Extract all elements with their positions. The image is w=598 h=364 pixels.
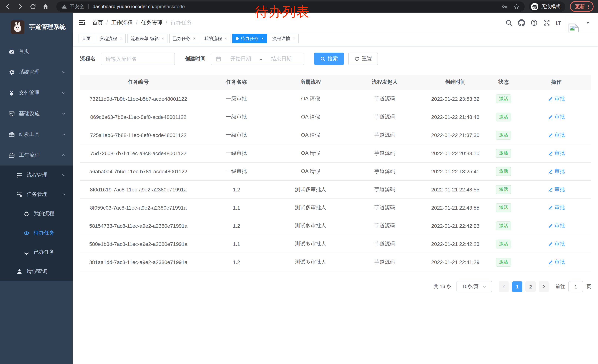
page-button[interactable]: 1 [512,281,523,292]
sidebar-item[interactable]: 我的流程 [0,204,73,223]
status-badge: 激活 [496,167,512,176]
sidebar-item[interactable]: 已办任务 [0,243,73,262]
calendar-icon [216,56,221,62]
start-date-placeholder[interactable]: 开始日期 [222,56,259,62]
close-tab-icon[interactable]: × [293,36,295,41]
tab[interactable]: 待办任务× [232,34,267,43]
page-button[interactable]: 2 [525,281,536,292]
tab[interactable]: 流程详情× [269,34,299,43]
approve-link[interactable]: 审批 [548,241,565,247]
incognito-label: 无痕模式 [541,3,561,10]
sidebar-item[interactable]: 基础设施 [0,103,73,124]
date-range-picker[interactable]: 开始日期 - 结束日期 [211,53,304,65]
content: 流程名 创建时间 开始日期 - 结束日期 搜索 [73,46,598,364]
reload-icon[interactable] [30,3,36,10]
task-name-cell: 1.2 [197,217,276,235]
created-cell: 2022-01-22 21:48:48 [425,108,486,126]
logo-image [11,20,25,34]
github-icon[interactable] [518,19,525,26]
breadcrumb-item[interactable]: 工作流程 [111,19,133,26]
filter-bar: 流程名 创建时间 开始日期 - 结束日期 搜索 [80,53,591,65]
close-tab-icon[interactable]: × [261,36,264,41]
tab[interactable]: 我的流程× [201,34,231,43]
approve-link[interactable]: 审批 [548,95,565,102]
sidebar-item[interactable]: 系统管理 [0,62,73,83]
close-tab-icon[interactable]: × [224,36,227,41]
goto-page-input[interactable] [568,281,583,292]
close-tab-icon[interactable]: × [193,36,196,41]
home-icon[interactable] [42,3,49,10]
menu-dots-icon[interactable] [586,4,591,9]
process-cell: 测试多审批人 [276,217,345,235]
breadcrumb-item[interactable]: 任务管理 [141,19,162,26]
edit-icon [548,205,553,210]
close-tab-icon[interactable]: × [120,36,122,41]
tab[interactable]: 发起流程× [96,34,126,43]
approve-link[interactable]: 审批 [548,259,565,265]
edit-icon [548,169,553,174]
approve-link[interactable]: 审批 [548,222,565,229]
search-button[interactable]: 搜索 [314,53,344,65]
sidebar-item[interactable]: 流程管理 [0,166,73,185]
tab[interactable]: 流程表单-编辑× [127,34,167,43]
approve-link[interactable]: 审批 [548,150,565,156]
address-text[interactable]: dashboard.yudao.iocoder.cn/bpm/task/todo [93,4,185,9]
end-date-placeholder[interactable]: 结束日期 [263,56,300,62]
approve-link[interactable]: 审批 [548,186,565,193]
breadcrumb-item[interactable]: 首页 [92,19,103,26]
starter-cell: 芋道源码 [345,144,425,162]
edit-icon [548,96,553,101]
search-icon[interactable] [505,19,512,26]
gear-icon [8,69,15,75]
eye-closed-icon [23,249,30,255]
sidebar-item[interactable]: 待办任务 [0,223,73,243]
back-icon[interactable] [4,3,11,10]
status-cell: 激活 [486,180,521,199]
font-size-icon[interactable]: tT [556,19,561,26]
topbar: 首页/工作流程/任务管理/待办任务 tT [73,13,598,32]
starter-cell: 芋道源码 [345,162,425,180]
tab[interactable]: 已办任务× [169,34,199,43]
sidebar-item[interactable]: 工作流程 [0,145,73,166]
status-badge: 激活 [496,240,512,248]
created-cell: 2022-01-21 22:43:55 [425,180,486,199]
approve-link[interactable]: 审批 [548,132,565,138]
close-tab-icon[interactable]: × [162,36,164,41]
pagination: 共 16 条 10条/页 12 前往 页 [80,281,591,292]
action-cell: 审批 [521,162,591,180]
process-name-input[interactable] [101,53,175,65]
update-button[interactable]: 更新 [570,1,594,12]
star-icon[interactable] [514,4,519,9]
chevron-down-icon[interactable] [586,21,590,25]
approve-link[interactable]: 审批 [548,204,565,211]
action-cell: 审批 [521,108,591,126]
avatar[interactable] [566,15,581,30]
created-cell: 2022-01-22 18:25:41 [425,162,486,180]
process-cell: 测试多审批人 [276,199,345,217]
logo[interactable]: 芋道管理系统 [0,13,73,41]
reset-button[interactable]: 重置 [348,53,378,65]
starter-cell: 芋道源码 [345,235,425,253]
tab[interactable]: 首页 [79,34,94,43]
fullscreen-icon[interactable] [543,19,550,26]
approve-link[interactable]: 审批 [548,113,565,120]
next-page-button[interactable] [539,281,549,292]
sidebar-item[interactable]: 支付管理 [0,83,73,103]
approve-link[interactable]: 审批 [548,168,565,175]
sidebar-item[interactable]: 研发工具 [0,124,73,145]
forward-icon[interactable] [17,3,24,10]
help-icon[interactable] [531,19,538,26]
key-icon[interactable] [502,4,507,9]
sidebar-item[interactable]: 任务管理 [0,185,73,204]
task-name-cell: 一级审批 [197,126,276,144]
prev-page-button[interactable] [499,281,509,292]
sidebar-item[interactable]: 首页 [0,41,73,62]
status-badge: 激活 [496,149,512,158]
edit-icon [548,114,553,119]
collapse-sidebar-icon[interactable] [79,19,86,26]
status-cell: 激活 [486,199,521,217]
page-size-select[interactable]: 10条/页 [457,281,492,292]
security-label[interactable]: 不安全 [70,3,84,10]
search-icon [320,56,325,61]
sidebar-item[interactable]: 请假查询 [0,262,73,281]
